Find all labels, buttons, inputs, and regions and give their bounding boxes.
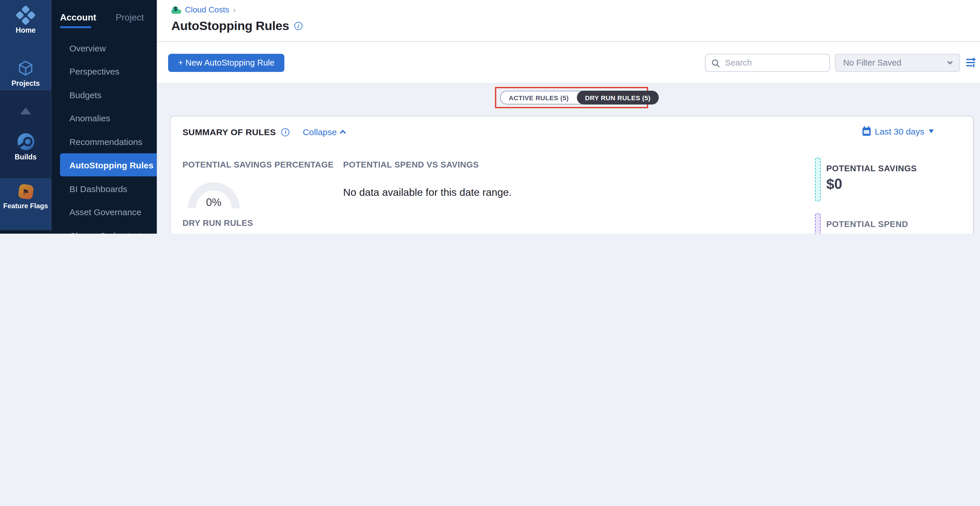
feature-flags-icon: ⚑: [18, 184, 34, 200]
nav-projects-label: Projects: [11, 80, 40, 87]
info-icon[interactable]: i: [294, 22, 302, 30]
nav-home-label: Home: [16, 26, 35, 34]
collapse-toggle[interactable]: Collapse: [303, 127, 345, 137]
potential-savings-label: POTENTIAL SAVINGS: [826, 164, 917, 173]
sidebar-item-bi-dashboards[interactable]: BI Dashboards: [51, 177, 157, 200]
primary-nav-rail: Home Projects Builds ⚑ Feature Flags $ C…: [0, 0, 51, 234]
cloud-costs-sidebar: $ Account Project Overview Perspectives …: [51, 0, 157, 234]
potential-savings-bar: [815, 158, 821, 201]
sidebar-item-overview[interactable]: Overview: [51, 37, 157, 59]
nav-builds[interactable]: Builds: [0, 133, 51, 161]
potential-spend-bar: [815, 214, 821, 234]
potential-spend-label: POTENTIAL SPEND: [826, 220, 908, 229]
rail-section-cloud-costs: [0, 230, 51, 234]
breadcrumb: $ Cloud Costs ›: [171, 5, 235, 14]
nav-feature-flags-label: Feature Flags: [3, 202, 48, 210]
info-icon[interactable]: i: [282, 128, 290, 136]
date-range-dropdown[interactable]: Last 30 days: [862, 126, 934, 136]
no-data-message: No data available for this date range.: [343, 186, 512, 198]
rules-view-toggle: ACTIVE RULES (5) DRY RUN RULES (5): [500, 91, 659, 105]
nav-feature-flags[interactable]: ⚑ Feature Flags: [0, 185, 51, 210]
potential-savings-value: $0: [826, 176, 842, 193]
summary-of-rules-card: SUMMARY OF RULES i Collapse Last 30 days…: [170, 117, 973, 234]
caret-down-icon: [929, 129, 934, 133]
content-area: ACTIVE RULES (5) DRY RUN RULES (5) SUMMA…: [157, 84, 980, 234]
home-icon: [15, 5, 37, 26]
tab-project[interactable]: Project: [116, 13, 144, 22]
tab-underline: [60, 26, 91, 28]
search-box: [705, 54, 830, 72]
app-window: Home Projects Builds ⚑ Feature Flags $ C…: [0, 0, 980, 234]
sidebar-item-autostopping-rules[interactable]: AutoStopping Rules: [60, 153, 157, 176]
search-input[interactable]: [724, 57, 818, 68]
tab-account[interactable]: Account: [60, 13, 96, 22]
sidebar-item-asset-governance[interactable]: Asset Governance: [51, 200, 157, 223]
cloud-costs-mini-icon: $: [171, 6, 181, 14]
main-content: $ Cloud Costs › AutoStopping Rules i + N…: [157, 0, 980, 234]
filter-settings-icon[interactable]: [965, 57, 976, 68]
active-rules-tab[interactable]: ACTIVE RULES (5): [501, 91, 577, 105]
search-icon: [711, 59, 720, 67]
date-range-value: Last 30 days: [875, 126, 924, 136]
savings-gauge-value: 0%: [188, 196, 240, 209]
nav-home[interactable]: Home: [0, 8, 51, 34]
dry-run-rules-tab[interactable]: DRY RUN RULES (5): [577, 91, 659, 105]
saved-filter-dropdown[interactable]: No Filter Saved: [835, 54, 960, 72]
toolbar: + New AutoStopping Rule No Filter Saved: [157, 42, 980, 84]
saved-filter-value: No Filter Saved: [843, 58, 902, 67]
page-title: AutoStopping Rules: [171, 19, 289, 33]
chevron-up-icon: [340, 130, 346, 136]
dry-run-rules-label: DRY RUN RULES: [182, 218, 253, 228]
potential-spend-value: $0: [826, 231, 842, 234]
summary-title: SUMMARY OF RULES: [182, 127, 276, 137]
new-autostopping-rule-button[interactable]: + New AutoStopping Rule: [168, 54, 285, 72]
spend-vs-savings-label: POTENTIAL SPEND VS SAVINGS: [343, 160, 479, 169]
sidebar-item-budgets[interactable]: Budgets: [51, 83, 157, 106]
projects-cube-icon: [18, 60, 34, 76]
sidebar-item-cluster-orchestrator[interactable]: Cluster Orchestrator: [51, 224, 157, 234]
sidebar-item-recommendations[interactable]: Recommendations: [51, 130, 157, 153]
sidebar-item-anomalies[interactable]: Anomalies: [51, 106, 157, 129]
rail-scroll-up[interactable]: [0, 108, 51, 115]
chevron-down-icon: [947, 59, 953, 64]
chevron-up-icon: [20, 108, 31, 115]
savings-pct-label: POTENTIAL SAVINGS PERCENTAGE: [182, 160, 334, 169]
calendar-icon: [862, 128, 870, 136]
page-header: $ Cloud Costs › AutoStopping Rules i: [157, 0, 980, 42]
builds-icon: [18, 133, 34, 150]
dry-run-count: 5: [182, 233, 192, 234]
breadcrumb-cloud-costs-link[interactable]: Cloud Costs: [185, 5, 229, 14]
sidebar-item-perspectives[interactable]: Perspectives: [51, 59, 157, 83]
breadcrumb-separator: ›: [233, 5, 235, 14]
nav-builds-label: Builds: [15, 153, 37, 161]
nav-projects[interactable]: Projects: [0, 60, 51, 87]
